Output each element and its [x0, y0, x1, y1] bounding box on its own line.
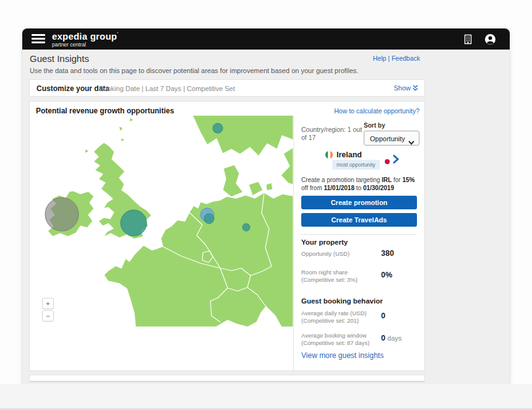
opportunity-sidebar: Country/region: 1 out of 17 Sort by Oppo…: [293, 115, 424, 370]
how-to-calculate-link[interactable]: How to calculate opportunity?: [334, 107, 419, 115]
chevron-down-icon: [408, 136, 414, 147]
show-toggle[interactable]: Show: [393, 84, 418, 92]
stat-label-daily-rate: Average daily rate (USD) (Competitive se…: [301, 310, 375, 324]
map-zoom-in-button[interactable]: +: [42, 298, 54, 309]
country-counter: Country/region: 1 out of 17: [301, 126, 363, 141]
partner-central-window: expedia group’ partner central Guest Ins…: [22, 28, 510, 384]
most-opportunity-badge: most opportunity: [332, 160, 380, 170]
europe-map-svg[interactable]: [35, 115, 293, 370]
stat-value-opportunity: 380: [381, 249, 394, 258]
create-promotion-button[interactable]: Create promotion: [301, 196, 417, 209]
notification-dot: [385, 159, 390, 164]
customize-data-bar: Customize your data Booking Date | Last …: [29, 79, 425, 97]
create-travelads-button[interactable]: Create TravelAds: [301, 213, 417, 227]
expand-double-chevron-icon: [413, 85, 418, 91]
stat-value-room-night-share: 0%: [381, 271, 392, 279]
map-bubble-ireland[interactable]: [45, 198, 79, 231]
brand-subtitle: partner central: [52, 41, 118, 48]
country-denmark: [223, 165, 243, 197]
map-bubble-germany[interactable]: [242, 224, 250, 231]
selected-country-name: Ireland: [337, 150, 362, 159]
promotion-suggestion-text: Create a promotion targeting IRL for 15%…: [301, 177, 421, 192]
expedia-group-logo[interactable]: expedia group’ partner central: [52, 31, 118, 48]
view-more-guest-insights-link[interactable]: View more guest insights: [301, 351, 384, 360]
divider: [301, 234, 417, 235]
customize-summary: Booking Date | Last 7 Days | Competitive…: [99, 85, 235, 92]
country-sweden: [281, 147, 293, 185]
islands: [85, 149, 89, 154]
page-subtitle: Use the data and tools on this page to d…: [30, 67, 358, 74]
page-title: Guest Insights: [30, 53, 89, 64]
account-icon[interactable]: [484, 33, 496, 48]
country-norway: [192, 115, 293, 156]
map-bubble-netherlands-2[interactable]: [204, 214, 214, 224]
stat-value-daily-rate: 0: [381, 312, 385, 320]
app-header: expedia group’ partner central: [22, 28, 510, 50]
sort-dropdown-value: Opportunity: [370, 135, 405, 142]
sort-dropdown[interactable]: Opportunity: [364, 131, 419, 146]
panel-title: Potential revenue growth opportunities: [36, 107, 174, 115]
stat-label-room-night-share: Room night share (Competitive set: 3%): [301, 269, 375, 283]
next-country-button[interactable]: [393, 155, 399, 166]
stat-label-booking-window: Average booking window (Competitive set:…: [301, 332, 375, 346]
sort-by-label: Sort by: [364, 122, 385, 129]
islands: [249, 181, 263, 196]
page-background: [0, 384, 532, 410]
opportunity-map[interactable]: + −: [35, 115, 293, 370]
islands: [129, 117, 134, 122]
map-bubble-norway[interactable]: [213, 123, 223, 133]
opportunity-panel: Potential revenue growth opportunities H…: [29, 101, 425, 371]
map-zoom-out-button[interactable]: −: [42, 310, 54, 321]
stat-label-opportunity: Opportunity (USD): [301, 250, 375, 258]
map-bubble-uk[interactable]: [121, 210, 147, 236]
help-feedback-links[interactable]: Help | Feedback: [373, 55, 420, 62]
brand-mark: ’: [117, 31, 118, 37]
next-section-panel: [29, 375, 425, 382]
stat-value-booking-window: 0 days: [381, 334, 401, 342]
islands: [119, 126, 123, 132]
menu-icon[interactable]: [32, 34, 45, 44]
guest-booking-behavior-title: Guest booking behavior: [301, 297, 383, 305]
your-property-title: Your property: [301, 238, 348, 246]
ireland-flag-icon: [325, 150, 333, 159]
map-land: [48, 115, 293, 327]
islands: [121, 137, 125, 142]
brand-name: expedia group: [52, 31, 117, 41]
islands: [266, 183, 273, 191]
property-building-icon[interactable]: [463, 34, 473, 47]
